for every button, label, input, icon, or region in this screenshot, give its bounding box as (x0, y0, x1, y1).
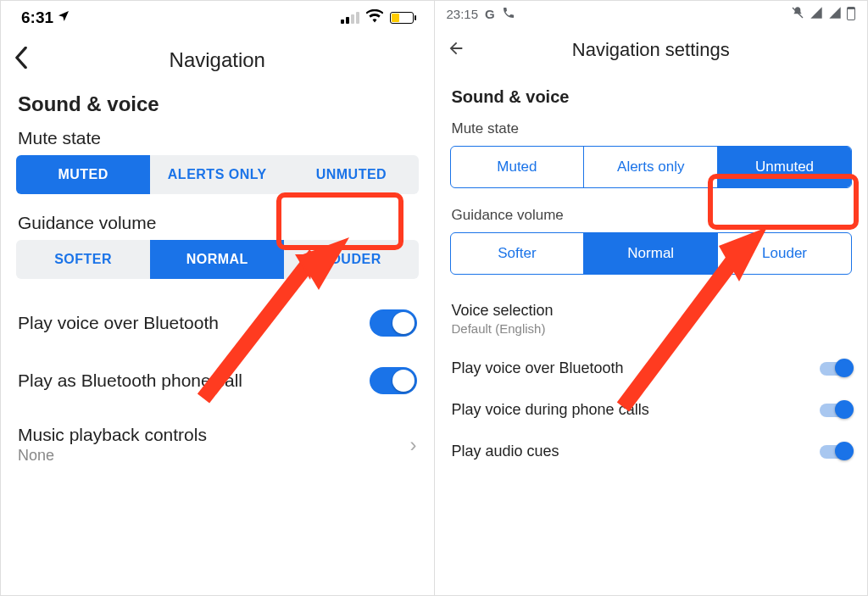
row-label: Play voice over Bluetooth (452, 359, 624, 377)
mute-state-segmented: MUTED ALERTS ONLY UNMUTED (16, 155, 419, 194)
guidance-volume-label: Guidance volume (435, 203, 868, 232)
switch-calls[interactable] (820, 404, 850, 417)
mute-option-unmuted[interactable]: Unmuted (718, 147, 851, 187)
row-play-voice-during-calls[interactable]: Play voice during phone calls (435, 389, 868, 431)
toggle-bluetooth[interactable] (370, 309, 417, 337)
android-screen: 23:15 G (435, 1, 868, 595)
wifi-icon (366, 8, 383, 27)
row-label: Play as Bluetooth phone call (18, 370, 242, 391)
signal-icon (810, 6, 823, 22)
guidance-volume-segmented: SOFTER NORMAL LOUDER (16, 240, 419, 279)
signal-icon (341, 12, 359, 24)
guidance-option-softer[interactable]: Softer (451, 233, 585, 274)
phone-icon (502, 6, 515, 22)
guidance-option-normal[interactable]: Normal (584, 233, 718, 274)
guidance-volume-label: Guidance volume (1, 209, 434, 240)
guidance-option-louder[interactable]: Louder (718, 233, 851, 274)
row-play-audio-cues[interactable]: Play audio cues (435, 431, 868, 472)
page-title: Navigation settings (435, 39, 868, 61)
row-play-voice-bluetooth[interactable]: Play voice over Bluetooth (435, 348, 868, 389)
switch-bluetooth[interactable] (820, 362, 850, 376)
android-status-bar: 23:15 G (435, 1, 868, 26)
row-label: Play voice during phone calls (452, 401, 649, 419)
mute-option-unmuted[interactable]: UNMUTED (284, 155, 418, 194)
row-sublabel: None (18, 447, 207, 465)
guidance-volume-segmented: Softer Normal Louder (450, 232, 853, 275)
android-time: 23:15 (447, 7, 479, 21)
mute-state-label: Mute state (435, 117, 868, 146)
chevron-right-icon: › (410, 433, 417, 457)
mute-icon (791, 6, 804, 22)
row-play-as-phone-call[interactable]: Play as Bluetooth phone call (1, 352, 434, 409)
page-title: Navigation (1, 48, 434, 72)
guidance-option-softer[interactable]: SOFTER (16, 240, 150, 279)
ios-time: 6:31 (21, 8, 53, 27)
ios-status-bar: 6:31 (1, 1, 434, 35)
section-title: Sound & voice (1, 86, 434, 125)
ios-navbar: Navigation (1, 35, 434, 86)
row-label: Play audio cues (452, 443, 559, 460)
battery-icon (847, 7, 855, 20)
mute-option-muted[interactable]: MUTED (16, 155, 150, 194)
mute-option-alerts-only[interactable]: ALERTS ONLY (150, 155, 284, 194)
guidance-option-louder[interactable]: LOUDER (284, 240, 418, 279)
android-navbar: Navigation settings (435, 26, 868, 74)
section-title: Sound & voice (435, 74, 868, 117)
mute-state-segmented: Muted Alerts only Unmuted (450, 146, 853, 188)
google-icon: G (485, 7, 495, 21)
row-music-playback[interactable]: Music playback controls None › (1, 409, 434, 480)
row-label: Voice selection (452, 302, 554, 320)
row-play-voice-bluetooth[interactable]: Play voice over Bluetooth (1, 294, 434, 352)
mute-option-alerts-only[interactable]: Alerts only (584, 147, 718, 187)
row-sublabel: Default (English) (452, 321, 554, 336)
switch-audio-cues[interactable] (820, 445, 850, 459)
mute-state-label: Mute state (1, 125, 434, 155)
battery-icon (390, 12, 414, 24)
toggle-phone-call[interactable] (370, 367, 417, 394)
row-voice-selection[interactable]: Voice selection Default (English) (435, 290, 868, 348)
signal-icon-2 (828, 6, 842, 22)
guidance-option-normal[interactable]: NORMAL (150, 240, 284, 279)
ios-screen: 6:31 Navigation Sound & voice (1, 1, 434, 595)
row-label: Music playback controls (18, 425, 207, 445)
row-label: Play voice over Bluetooth (18, 313, 219, 333)
mute-option-muted[interactable]: Muted (451, 147, 585, 187)
location-icon (57, 8, 70, 27)
